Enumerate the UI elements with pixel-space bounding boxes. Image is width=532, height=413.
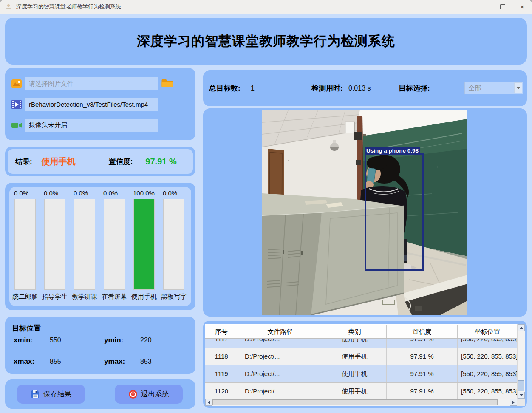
action-buttons-panel: 保存结果 退出系统 <box>5 379 195 409</box>
scroll-up-button[interactable] <box>518 324 525 331</box>
total-targets-value: 1 <box>251 70 255 106</box>
stats-panel: 总目标数: 1 检测用时: 0.013 s 目标选择: 全部 <box>203 70 527 106</box>
detections-table: 序号文件路径类别置信度坐标位置 1117D:/Project/...使用手机97… <box>205 324 525 406</box>
table-cell: 97.91 % <box>387 383 458 400</box>
bar-category-label: 使用手机 <box>131 293 157 301</box>
horizontal-scroll-thumb[interactable] <box>212 399 498 405</box>
bar-track <box>44 199 65 290</box>
exit-button-label: 退出系统 <box>141 390 169 399</box>
table-header-row: 序号文件路径类别置信度坐标位置 <box>205 325 517 339</box>
table-row[interactable]: 1117D:/Project/...使用手机97.91 %[550, 220, … <box>205 339 517 348</box>
behavior-bar: 0.0%黑板写字 <box>159 187 189 306</box>
detect-time-value: 0.013 s <box>348 70 371 106</box>
video-file-icon <box>11 99 22 110</box>
table-cell: 1118 <box>205 348 238 365</box>
bar-percent-label: 100.0% <box>129 190 159 199</box>
exit-system-button[interactable]: 退出系统 <box>115 385 183 404</box>
bar-percent-label: 0.0% <box>40 190 70 199</box>
vertical-scroll-thumb[interactable] <box>518 380 524 391</box>
table-cell: 使用手机 <box>323 383 387 400</box>
folder-icon[interactable] <box>161 78 173 88</box>
titlebar: 深度学习的智慧课堂老师教学行为检测系统 × <box>0 0 532 14</box>
confidence-value: 97.91 % <box>145 157 176 167</box>
bar-track <box>104 199 125 290</box>
app-icon <box>5 3 12 10</box>
behavior-bar: 0.0%跷二郎腿 <box>10 187 40 306</box>
close-button[interactable]: × <box>512 0 532 14</box>
ymax-label: ymax: <box>104 357 125 365</box>
dropdown-arrow-button[interactable] <box>514 82 522 93</box>
header-banner: 深度学习的智慧课堂教师教学行为检测系统 <box>5 18 527 65</box>
behavior-bar: 100.0%使用手机 <box>129 187 159 306</box>
triangle-down-icon <box>520 394 523 396</box>
table-row[interactable]: 1119D:/Project/...使用手机97.91 %[550, 220, … <box>205 365 517 383</box>
save-icon <box>31 390 40 399</box>
detect-time-label: 检测用时: <box>311 83 343 93</box>
result-label: 结果: <box>15 157 32 167</box>
image-icon <box>11 78 22 89</box>
bar-track <box>74 199 95 290</box>
xmax-label: xmax: <box>14 357 34 365</box>
table-header-cell[interactable]: 序号 <box>205 325 238 338</box>
window-title: 深度学习的智慧课堂老师教学行为检测系统 <box>16 3 121 11</box>
camera-status-input[interactable] <box>25 119 158 132</box>
xmax-value: 855 <box>50 358 61 365</box>
table-cell: [550, 220, 855, 853] <box>458 348 517 365</box>
xmin-label: xmin: <box>14 336 33 344</box>
bar-percent-label: 0.0% <box>10 190 40 199</box>
detection-label: Using a phone 0.98 <box>365 147 420 154</box>
behavior-bars: 0.0%跷二郎腿0.0%指导学生0.0%教学讲课0.0%在看屏幕100.0%使用… <box>9 187 192 306</box>
table-cell: D:/Project/... <box>238 339 323 348</box>
bar-percent-label: 0.0% <box>159 190 189 199</box>
detection-image: Using a phone 0.98 <box>262 110 467 315</box>
scroll-down-button[interactable] <box>518 392 525 399</box>
table-cell: 使用手机 <box>323 365 387 382</box>
detection-bounding-box <box>365 153 424 271</box>
detections-table-panel: 序号文件路径类别置信度坐标位置 1117D:/Project/...使用手机97… <box>203 321 527 408</box>
bar-track <box>163 199 184 290</box>
page-title: 深度学习的智慧课堂教师教学行为检测系统 <box>137 32 395 50</box>
table-header-cell[interactable]: 坐标位置 <box>458 325 517 338</box>
horizontal-scrollbar[interactable] <box>205 399 517 406</box>
ymax-value: 853 <box>140 358 152 365</box>
minimize-button[interactable] <box>473 0 493 14</box>
maximize-button[interactable] <box>493 0 512 14</box>
ymin-label: ymin: <box>104 336 123 344</box>
scroll-right-button[interactable] <box>510 399 517 406</box>
chevron-down-icon <box>517 87 520 89</box>
table-cell: D:/Project/... <box>238 365 323 382</box>
table-cell: 1119 <box>205 365 238 382</box>
image-viewer-panel: Using a phone 0.98 <box>203 108 527 317</box>
target-select-label: 目标选择: <box>399 83 430 93</box>
scroll-left-button[interactable] <box>205 399 212 406</box>
table-header-cell[interactable]: 置信度 <box>387 325 458 338</box>
table-cell: 使用手机 <box>323 348 387 365</box>
bar-percent-label: 0.0% <box>70 190 99 199</box>
table-cell: 97.91 % <box>387 348 458 365</box>
behavior-bar: 0.0%指导学生 <box>40 187 70 306</box>
target-position-panel: 目标位置 xmin: 550 ymin: 220 xmax: 855 ymax:… <box>5 317 195 374</box>
bar-fill <box>134 199 154 289</box>
camera-icon <box>11 120 22 131</box>
file-input-panel <box>5 68 195 140</box>
vertical-scrollbar[interactable] <box>517 324 525 399</box>
table-cell: 1120 <box>205 383 238 400</box>
table-row[interactable]: 1120D:/Project/...使用手机97.91 %[550, 220, … <box>205 383 517 400</box>
triangle-left-icon <box>208 401 210 404</box>
bar-track <box>14 199 36 290</box>
target-select-value: 全部 <box>468 82 481 94</box>
image-file-input[interactable] <box>25 77 158 90</box>
bar-category-label: 在看屏幕 <box>102 293 127 301</box>
save-results-button[interactable]: 保存结果 <box>17 385 85 404</box>
bar-track <box>133 199 155 290</box>
table-row[interactable]: 1118D:/Project/...使用手机97.91 %[550, 220, … <box>205 348 517 365</box>
total-targets-label: 总目标数: <box>209 83 241 93</box>
video-path-input[interactable] <box>25 98 158 111</box>
target-select-dropdown[interactable]: 全部 <box>464 82 523 94</box>
bar-category-label: 跷二郎腿 <box>12 293 38 301</box>
table-header-cell[interactable]: 文件路径 <box>238 325 323 338</box>
app-window: 深度学习的智慧课堂老师教学行为检测系统 × 深度学习的智慧课堂教师教学行为检测系… <box>0 0 532 413</box>
table-header-cell[interactable]: 类别 <box>323 325 387 338</box>
table-cell: [550, 220, 855, 853] <box>458 383 517 400</box>
table-cell: [550, 220, 855, 853] <box>458 365 517 382</box>
